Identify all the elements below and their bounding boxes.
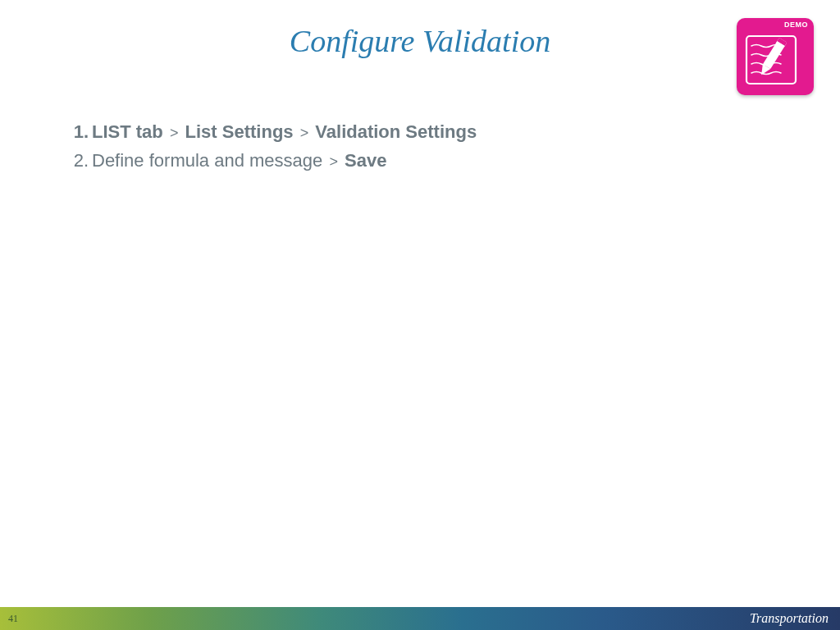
- step-text: LIST tab > List Settings > Validation Se…: [92, 118, 477, 145]
- demo-badge: DEMO: [737, 18, 814, 95]
- demo-badge-label: DEMO: [784, 21, 808, 29]
- footer-brand: Transportation: [750, 611, 829, 626]
- step-row: 2.Define formula and message > Save: [69, 147, 791, 174]
- slide: Configure Validation DEMO 1.LIST tab > L…: [0, 0, 840, 630]
- slide-title: Configure Validation: [0, 23, 840, 59]
- step-number: 2.: [69, 147, 89, 174]
- page-number: 41: [8, 613, 18, 625]
- step-row: 1.LIST tab > List Settings > Validation …: [69, 118, 791, 145]
- step-number: 1.: [69, 118, 89, 145]
- step-text: Define formula and message > Save: [92, 147, 386, 174]
- steps-list: 1.LIST tab > List Settings > Validation …: [69, 118, 791, 176]
- notepad-pencil-icon: [745, 34, 806, 85]
- footer-bar: 41 Transportation: [0, 607, 840, 630]
